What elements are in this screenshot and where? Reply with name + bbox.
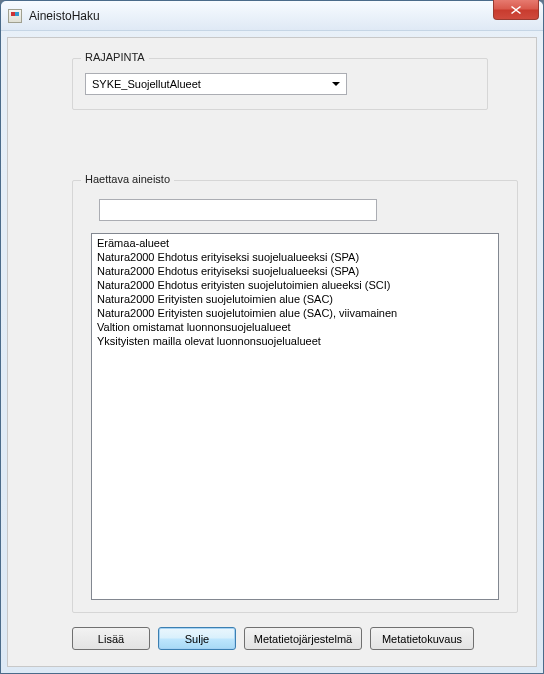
aineisto-listbox[interactable]: Erämaa-alueetNatura2000 Ehdotus erityise… [91, 233, 499, 600]
list-item[interactable]: Natura2000 Erityisten suojelutoimien alu… [95, 306, 495, 320]
group-haettava-aineisto: Haettava aineisto Erämaa-alueetNatura200… [72, 180, 518, 613]
rajapinta-label: RAJAPINTA [81, 51, 149, 63]
list-item[interactable]: Valtion omistamat luonnonsuojelualueet [95, 320, 495, 334]
group-rajapinta: RAJAPINTA SYKE_SuojellutAlueet [72, 58, 488, 110]
dialog-window: AineistoHaku RAJAPINTA SYKE_SuojellutAlu… [0, 0, 544, 674]
window-title: AineistoHaku [29, 9, 100, 23]
haettava-label: Haettava aineisto [81, 173, 174, 185]
list-item[interactable]: Natura2000 Ehdotus erityiseksi suojelual… [95, 264, 495, 278]
lisaa-button[interactable]: Lisää [72, 627, 150, 650]
rajapinta-combobox[interactable]: SYKE_SuojellutAlueet [85, 73, 347, 95]
window-controls [493, 0, 539, 20]
titlebar[interactable]: AineistoHaku [1, 1, 543, 31]
button-row: Lisää Sulje Metatietojärjestelmä Metatie… [72, 627, 520, 650]
filter-input[interactable] [99, 199, 377, 221]
chevron-down-icon [332, 82, 340, 86]
close-icon [511, 6, 521, 14]
app-icon [7, 8, 23, 24]
list-item[interactable]: Natura2000 Erityisten suojelutoimien alu… [95, 292, 495, 306]
list-item[interactable]: Yksityisten mailla olevat luonnonsuojelu… [95, 334, 495, 348]
list-item[interactable]: Erämaa-alueet [95, 236, 495, 250]
close-button[interactable] [493, 0, 539, 20]
metatietojarjestelma-button[interactable]: Metatietojärjestelmä [244, 627, 362, 650]
metatietokuvaus-button[interactable]: Metatietokuvaus [370, 627, 474, 650]
list-item[interactable]: Natura2000 Ehdotus erityiseksi suojelual… [95, 250, 495, 264]
sulje-button[interactable]: Sulje [158, 627, 236, 650]
rajapinta-selected-value: SYKE_SuojellutAlueet [92, 78, 201, 90]
client-area: RAJAPINTA SYKE_SuojellutAlueet Haettava … [7, 37, 537, 667]
list-item[interactable]: Natura2000 Ehdotus erityisten suojelutoi… [95, 278, 495, 292]
